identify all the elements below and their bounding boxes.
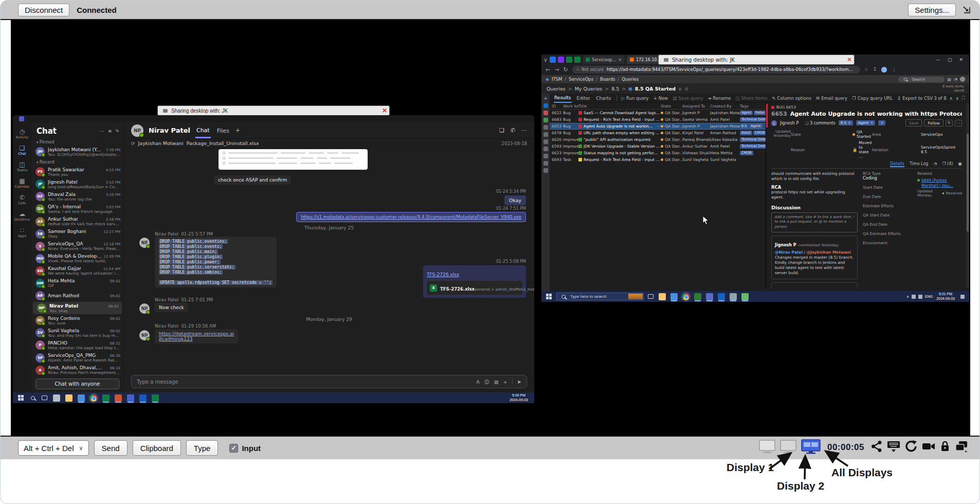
links-tab[interactable]: ❐ (4) bbox=[942, 161, 953, 167]
key-combo-select[interactable]: Alt + Ctrl + Del∨ bbox=[18, 440, 89, 456]
remote-screen-canvas[interactable]: Sharing desktop with: JK ✕ Activity Chat… bbox=[11, 20, 970, 436]
file-explorer-icon[interactable] bbox=[65, 394, 72, 402]
new-chat-icon[interactable]: ✎ bbox=[115, 129, 119, 134]
devops-logo-icon[interactable]: ◈ bbox=[546, 77, 549, 82]
keyboard-icon[interactable] bbox=[887, 440, 900, 455]
tab-details[interactable]: Details bbox=[890, 161, 904, 167]
more-icon[interactable]: ⋯ bbox=[515, 285, 519, 291]
table-row[interactable]: 6623Improve...Status mapping is not gett… bbox=[550, 150, 766, 156]
pinned-tab-excel-icon[interactable] bbox=[574, 57, 580, 63]
image-viewer-icon[interactable] bbox=[741, 293, 749, 300]
work-item-title[interactable]: Agent Auto Upgrade is not working with h… bbox=[790, 111, 962, 117]
plus-icon[interactable]: + bbox=[503, 379, 507, 385]
taskbar-search-input[interactable]: Type here to search bbox=[556, 293, 644, 300]
display2-button[interactable] bbox=[780, 440, 796, 456]
breadcrumb[interactable]: My Queries bbox=[575, 86, 603, 92]
disconnect-button[interactable]: Disconnect bbox=[18, 4, 69, 16]
attachments-icon[interactable]: ▣ bbox=[958, 161, 962, 167]
task-view-icon[interactable] bbox=[42, 395, 47, 400]
maximize-icon[interactable]: ▢ bbox=[948, 57, 952, 62]
type-button[interactable]: Type bbox=[186, 440, 219, 456]
screenshare-icon[interactable]: ❏ bbox=[499, 127, 504, 134]
list-item[interactable]: KGKaushal Gajjar11:54 AMWe were having '… bbox=[31, 265, 123, 277]
related-work-item-link[interactable]: 6849 [Forbes Marshal] | Issu... bbox=[921, 178, 962, 188]
tag-badge[interactable]: 8.5✕ bbox=[839, 120, 853, 125]
attach-icon[interactable]: ▤ bbox=[494, 379, 499, 385]
table-row-selected[interactable]: 6653BugAgent Auto Upgrade is not working… bbox=[550, 123, 766, 130]
breadcrumb[interactable]: ServiceOps bbox=[569, 77, 593, 82]
send-icon[interactable]: ➤ bbox=[517, 379, 521, 385]
remote-app-icon[interactable] bbox=[718, 293, 725, 300]
sidebar-item-chat[interactable]: Chat bbox=[13, 143, 31, 158]
popout-icon[interactable] bbox=[961, 4, 972, 15]
list-item[interactable]: PPANCHO08-31Heta: barobar che page load … bbox=[31, 339, 123, 351]
email-query-button[interactable]: Email query bbox=[816, 96, 847, 101]
breadcrumb[interactable]: Queries bbox=[547, 86, 566, 92]
bookmark-star-icon[interactable]: ☆ bbox=[864, 67, 868, 72]
list-item[interactable]: JPJignesh Patel3:52 PMlong kestralReques… bbox=[31, 178, 123, 190]
pinned-tab-excel-icon[interactable] bbox=[566, 57, 572, 63]
pinned-tab-outlook-icon[interactable] bbox=[550, 57, 556, 63]
comments-link[interactable]: 3 comments bbox=[805, 121, 836, 125]
taskbar-display1[interactable]: 5:00 PM2024-09-03 bbox=[13, 392, 534, 403]
tray-icon[interactable] bbox=[918, 295, 922, 299]
search-icon[interactable] bbox=[31, 396, 35, 400]
banner-close-icon[interactable]: ✕ bbox=[380, 106, 389, 115]
menu-icon[interactable]: ⋮ bbox=[892, 67, 896, 72]
file-attachment-card[interactable]: TFS-2726.xlsx x TFS-2726.xlsxpersonal > … bbox=[423, 265, 526, 298]
column-options-button[interactable]: Column options bbox=[772, 96, 811, 101]
devops-left-rail[interactable]: + bbox=[541, 94, 550, 291]
file-link[interactable]: TFS-2726.xlsx bbox=[427, 272, 459, 277]
table-row[interactable]: 6693TaskRequest - Rich Text Area Field -… bbox=[550, 156, 766, 163]
table-row[interactable]: 6683BugRequest - Rich Text Area Field - … bbox=[550, 116, 766, 123]
table-row[interactable]: 6678BugURL path shows empty when editing… bbox=[550, 130, 766, 136]
clipboard-button[interactable]: Clipboard bbox=[133, 440, 181, 456]
assignee-name[interactable]: Jignesh P bbox=[780, 121, 798, 125]
list-item[interactable]: RCRosy Cordeiro09-02You: sure bbox=[31, 314, 123, 327]
user-avatar[interactable] bbox=[960, 77, 965, 82]
save-button[interactable]: Save bbox=[905, 119, 922, 127]
powerpoint-icon[interactable] bbox=[115, 394, 122, 402]
recent-section-label[interactable]: Recent bbox=[31, 158, 123, 166]
list-item[interactable]: DZDhaval Zala3:20 PMYou: file-server log… bbox=[31, 190, 123, 203]
sidebar-item-onedrive[interactable]: OneDrive bbox=[13, 209, 31, 224]
mention-link[interactable]: @Jaykishan Motwani bbox=[807, 250, 851, 255]
add-tag-button[interactable]: + bbox=[878, 120, 885, 125]
tab-close-icon[interactable]: ✕ bbox=[618, 58, 622, 62]
lock-icon[interactable] bbox=[940, 440, 950, 455]
banner-close-icon[interactable]: ✕ bbox=[845, 55, 854, 64]
search-input[interactable]: Search bbox=[898, 77, 945, 82]
system-tray[interactable]: ∧ ENG 5:01 PM2024-09-03 bbox=[906, 292, 967, 301]
mention-link[interactable]: @Nirav Patel bbox=[775, 250, 803, 255]
notification-icon[interactable] bbox=[960, 295, 965, 299]
query-title[interactable]: 8.5 QA Started bbox=[635, 86, 676, 92]
file-explorer-icon[interactable] bbox=[659, 293, 666, 300]
start-button-icon[interactable] bbox=[18, 395, 24, 401]
file-preview-card[interactable] bbox=[219, 149, 368, 170]
start-button-icon[interactable] bbox=[546, 294, 552, 299]
list-item[interactable]: JM Jaykishan Motwani (You)7:39 PMYou: SL… bbox=[31, 146, 123, 158]
tab-results[interactable]: Results bbox=[554, 94, 572, 103]
next-item-icon[interactable]: ∨ bbox=[956, 96, 959, 101]
message-compose-box[interactable]: Type a message A ☺ ▤ + ➤ bbox=[131, 375, 527, 388]
list-item[interactable]: QAQA's - Internal3:03 PMSweta: I will te… bbox=[31, 203, 123, 215]
grid-header[interactable]: ID Work Item ... Title State Assigned To… bbox=[550, 103, 766, 110]
excel-icon[interactable] bbox=[152, 394, 159, 402]
close-icon[interactable]: ✕ bbox=[959, 57, 963, 62]
filter-icon[interactable]: ≡ bbox=[108, 129, 112, 134]
settings-green-icon[interactable] bbox=[694, 293, 701, 300]
tray-icon[interactable] bbox=[912, 295, 916, 299]
list-item[interactable]: SPServiceOps_QA_PMG08-30Alpesh: Amit Pat… bbox=[31, 352, 123, 364]
add-icon[interactable]: + bbox=[543, 96, 548, 101]
more-icon[interactable]: ⋯ bbox=[100, 129, 104, 134]
rename-button[interactable]: Rename bbox=[707, 96, 731, 101]
table-row[interactable]: 6622BugSaaS --- Cannot Download Agent lo… bbox=[550, 110, 766, 116]
list-item[interactable]: ASAnkur Suthar2:58 PMredhat side thi kai… bbox=[31, 215, 123, 227]
breadcrumb[interactable]: ITSM bbox=[552, 77, 562, 82]
app-icon[interactable] bbox=[706, 293, 713, 300]
help-icon[interactable]: ◔ bbox=[954, 77, 957, 82]
breadcrumb[interactable]: Queries bbox=[622, 77, 639, 82]
photos-app-icon[interactable] bbox=[670, 293, 678, 300]
run-query-button[interactable]: Run query bbox=[622, 96, 649, 101]
list-item[interactable]: MQMobile QA & Developers12:09 PMVivek: P… bbox=[31, 253, 123, 265]
